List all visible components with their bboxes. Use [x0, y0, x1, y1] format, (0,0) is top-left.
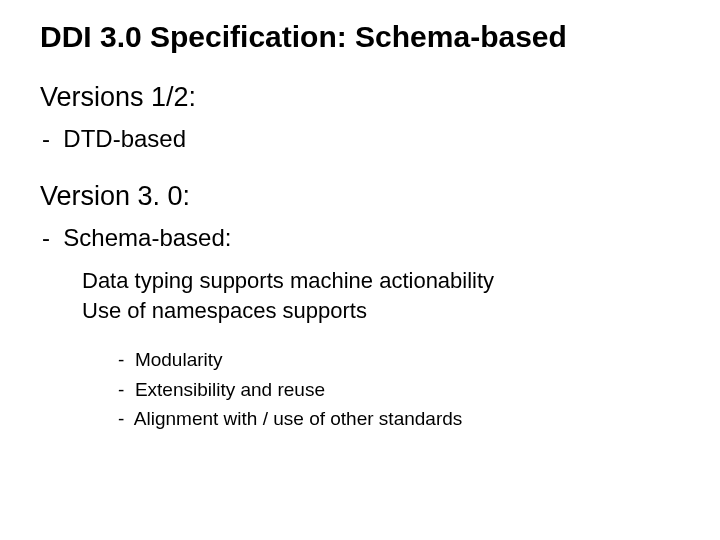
dash-icon: - [42, 224, 50, 252]
dash-icon: - [118, 345, 124, 374]
dash-icon: - [118, 404, 124, 433]
nested-text: Modularity [135, 349, 223, 370]
bullet-dtd-based: - DTD-based [40, 125, 680, 153]
nested-bullet-alignment: - Alignment with / use of other standard… [118, 404, 680, 433]
sub-point-namespaces: Use of namespaces supports [82, 296, 680, 326]
nested-bullet-modularity: - Modularity [118, 345, 680, 374]
bullet-text: DTD-based [63, 125, 186, 152]
section-heading-versions-1-2: Versions 1/2: [40, 82, 680, 113]
nested-bullets-group: - Modularity - Extensibility and reuse -… [40, 345, 680, 433]
slide-title: DDI 3.0 Specification: Schema-based [40, 20, 680, 54]
dash-icon: - [42, 125, 50, 153]
bullet-text: Schema-based: [63, 224, 231, 251]
nested-bullet-extensibility: - Extensibility and reuse [118, 375, 680, 404]
nested-text: Alignment with / use of other standards [134, 408, 462, 429]
nested-text: Extensibility and reuse [135, 379, 325, 400]
sub-point-data-typing: Data typing supports machine actionabili… [82, 266, 680, 296]
section-heading-version-3: Version 3. 0: [40, 181, 680, 212]
dash-icon: - [118, 375, 124, 404]
sub-points-group: Data typing supports machine actionabili… [40, 266, 680, 325]
bullet-schema-based: - Schema-based: [40, 224, 680, 252]
